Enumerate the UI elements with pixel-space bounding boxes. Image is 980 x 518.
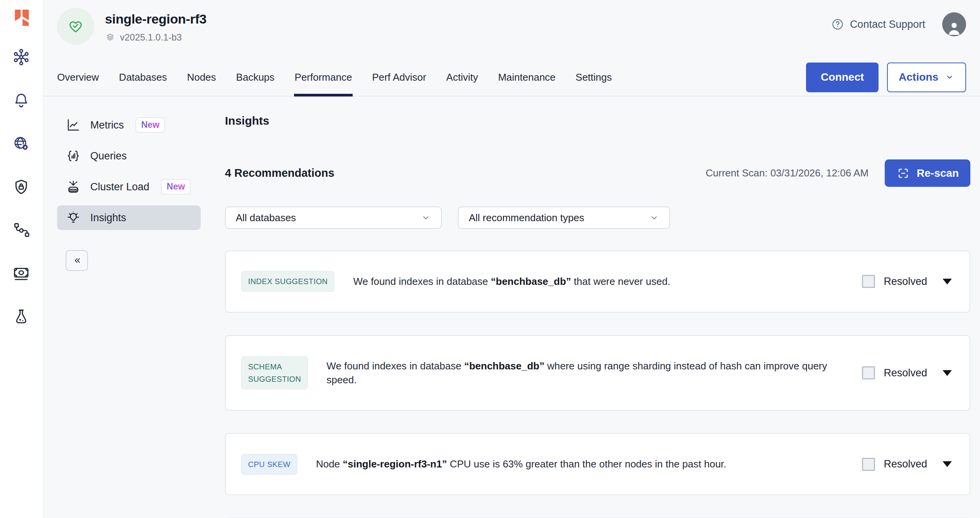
resolved-label: Resolved	[884, 276, 927, 288]
main-column: single-region-rf3 v2025.1.0.1-b3	[43, 0, 980, 518]
tab-nodes[interactable]: Nodes	[177, 59, 226, 96]
resolved-checkbox[interactable]	[862, 366, 875, 379]
flow-icon	[12, 221, 30, 239]
recommendation-type-filter-dropdown[interactable]: All recommendation types	[458, 207, 670, 229]
sidebar-item-integrations[interactable]	[12, 221, 31, 239]
sidebar-item-security[interactable]	[12, 178, 31, 196]
actions-button-label: Actions	[899, 71, 938, 83]
tab-databases[interactable]: Databases	[109, 59, 177, 96]
chevron-down-icon	[649, 213, 659, 223]
contact-support-button[interactable]: Contact Support	[831, 18, 925, 31]
recommendations-count: 4 Recommendations	[225, 167, 335, 179]
rescan-button-label: Re-scan	[917, 167, 959, 179]
subnav-metrics-label: Metrics	[90, 119, 124, 131]
sidebar-item-billing[interactable]	[12, 264, 31, 283]
tab-overview[interactable]: Overview	[57, 59, 109, 96]
question-circle-icon	[831, 18, 844, 31]
money-icon	[12, 264, 30, 282]
tab-activity[interactable]: Activity	[436, 59, 488, 96]
chart-line-icon	[66, 117, 81, 133]
resolved-label: Resolved	[884, 367, 927, 379]
chevron-down-icon	[421, 213, 431, 223]
scan-icon	[896, 166, 910, 180]
sidebar-item-labs[interactable]	[12, 307, 31, 326]
flask-icon	[12, 308, 30, 325]
yugabyte-logo[interactable]	[10, 7, 34, 29]
cluster-version: v2025.1.0.1-b3	[120, 32, 182, 43]
sidebar-item-clusters[interactable]	[12, 48, 31, 66]
actions-button[interactable]: Actions	[887, 63, 966, 92]
subnav-item-cluster-load[interactable]: Cluster Load New	[57, 174, 201, 199]
layers-icon	[105, 32, 115, 42]
collapse-sidebar-button[interactable]	[66, 250, 88, 271]
tab-maintenance[interactable]: Maintenance	[488, 59, 566, 96]
resolved-checkbox[interactable]	[862, 275, 875, 288]
current-scan-timestamp: Current Scan: 03/31/2026, 12:06 AM	[706, 167, 868, 179]
rail-nav	[12, 48, 31, 326]
contact-support-label: Contact Support	[850, 19, 925, 30]
subnav-item-insights[interactable]: Insights	[57, 205, 201, 230]
recommendation-type-badge: SCHEMA SUGGESTION	[241, 356, 308, 389]
sidebar-item-alerts[interactable]	[12, 91, 31, 110]
lightbulb-icon	[66, 210, 81, 225]
tab-performance[interactable]: Performance	[285, 59, 362, 96]
user-avatar[interactable]	[942, 12, 966, 36]
sidebar-item-network[interactable]	[12, 134, 31, 153]
performance-content: Metrics New Queries	[43, 96, 980, 518]
chevron-down-icon	[945, 72, 955, 82]
recommendation-list: INDEX SUGGESTION We found indexes in dat…	[225, 251, 970, 518]
app-rail	[0, 0, 43, 518]
resolved-checkbox[interactable]	[862, 458, 875, 471]
recommendation-message: We found indexes in database “benchbase_…	[326, 359, 862, 387]
cluster-version-row: v2025.1.0.1-b3	[105, 32, 206, 43]
recommendation-type-filter-value: All recommendation types	[469, 212, 584, 224]
database-filter-value: All databases	[236, 212, 296, 224]
load-stack-icon	[66, 179, 81, 195]
tab-backups[interactable]: Backups	[226, 59, 285, 96]
subnav-cluster-load-label: Cluster Load	[90, 181, 149, 193]
cluster-name: single-region-rf3	[105, 12, 206, 27]
subnav-insights-label: Insights	[90, 212, 126, 224]
recommendation-card-schema-suggestion: SCHEMA SUGGESTION We found indexes in da…	[225, 335, 970, 411]
globe-gear-icon	[12, 135, 30, 152]
recommendation-message: Node “single-region-rf3-n1” CPU use is 6…	[316, 457, 862, 471]
card-controls: Resolved	[862, 275, 954, 288]
person-icon	[946, 19, 963, 36]
subnav-item-queries[interactable]: Queries	[57, 144, 201, 168]
expand-card-button[interactable]	[940, 459, 954, 469]
resolved-label: Resolved	[884, 458, 927, 470]
yugabyte-logo-icon	[10, 7, 34, 29]
subnav-queries-label: Queries	[90, 150, 127, 162]
braces-bars-icon	[66, 148, 81, 164]
app-root: single-region-rf3 v2025.1.0.1-b3	[0, 0, 980, 518]
rescan-button[interactable]: Re-scan	[885, 159, 970, 187]
hub-icon	[12, 48, 30, 66]
double-chevron-left-icon	[71, 255, 83, 266]
recommendation-card-index-suggestion: INDEX SUGGESTION We found indexes in dat…	[225, 251, 970, 312]
expand-card-button[interactable]	[940, 368, 954, 378]
recommendation-card-cpu-skew: CPU SKEW Node “single-region-rf3-n1” CPU…	[225, 433, 970, 495]
tab-settings[interactable]: Settings	[566, 59, 622, 96]
caret-down-icon	[943, 279, 952, 284]
insights-panel: Insights 4 Recommendations Current Scan:…	[225, 113, 980, 518]
cluster-health-badge	[57, 8, 94, 45]
tabs: Overview Databases Nodes Backups Perform…	[57, 59, 622, 96]
header-actions: Contact Support	[831, 8, 966, 36]
cluster-meta: single-region-rf3 v2025.1.0.1-b3	[105, 10, 206, 43]
recommendation-type-badge: CPU SKEW	[241, 454, 297, 475]
database-filter-dropdown[interactable]: All databases	[225, 207, 442, 229]
subnav-item-metrics[interactable]: Metrics New	[57, 113, 201, 137]
cluster-tab-bar: Overview Databases Nodes Backups Perform…	[43, 59, 980, 96]
recommendations-header: 4 Recommendations Current Scan: 03/31/20…	[225, 157, 970, 189]
connect-button[interactable]: Connect	[806, 63, 879, 92]
recommendation-filters: All databases All recommendation types	[225, 207, 970, 229]
bell-icon	[12, 91, 30, 109]
new-badge: New	[135, 117, 165, 133]
caret-down-icon	[943, 370, 952, 376]
tab-bar-actions: Connect Actions	[806, 63, 966, 92]
new-badge: New	[161, 179, 191, 195]
tab-perf-advisor[interactable]: Perf Advisor	[362, 59, 436, 96]
expand-card-button[interactable]	[940, 276, 954, 287]
recommendation-message: We found indexes in database “benchbase_…	[353, 274, 862, 288]
page-title: Insights	[225, 114, 970, 127]
